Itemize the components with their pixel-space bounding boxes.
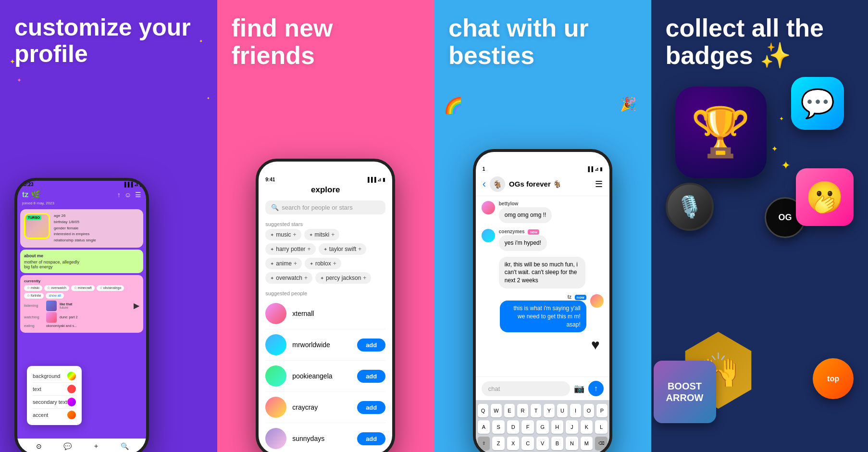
p2-chip-overwatch[interactable]: ✦ overwatch + bbox=[265, 272, 312, 284]
p1-currently-section: currently ☆ mitski ☆ overwatch ☆ minecra… bbox=[20, 275, 143, 333]
p1-secondary-color-row[interactable]: secondary text bbox=[33, 396, 76, 409]
p3-key-d[interactable]: D bbox=[507, 420, 520, 434]
p3-chat-header: ‹ 🐐 OGs forever 🐐 ☰ bbox=[476, 173, 609, 196]
p3-key-o[interactable]: O bbox=[583, 404, 595, 417]
p3-key-m[interactable]: M bbox=[581, 437, 593, 450]
p1-text-color-row[interactable]: text bbox=[33, 383, 76, 396]
p3-key-i[interactable]: I bbox=[570, 404, 581, 417]
p1-time: 10:23 bbox=[21, 182, 34, 187]
p3-messages-list: bettylow omg omg omg !! coenzymes new bbox=[476, 196, 609, 377]
p2-chip-mitski[interactable]: ✦ mitski + bbox=[304, 229, 340, 240]
p1-status-bar: 10:23 ▐▐▐ ⊿ ▮ bbox=[17, 181, 146, 188]
p3-signal-icons: ▐▐ ⊿ ▮ bbox=[586, 166, 603, 172]
p1-secondary-dot[interactable] bbox=[67, 398, 76, 406]
p1-username: tz 🌿 bbox=[22, 190, 40, 199]
p3-msg-coenzymes-2: ikr, this will be so much fun, i can't w… bbox=[482, 257, 585, 289]
p3-key-g[interactable]: G bbox=[536, 420, 549, 434]
p3-key-delete[interactable]: ⌫ bbox=[595, 437, 608, 450]
p3-new-badge: new bbox=[528, 229, 539, 235]
phone-mockup-2: 9:41 ▐▐▐ ⊿ ▮ explore 🔍 search for people… bbox=[256, 159, 395, 452]
p3-key-q[interactable]: Q bbox=[478, 404, 489, 417]
p2-screen-title: explore bbox=[259, 182, 392, 198]
p3-key-y[interactable]: Y bbox=[544, 404, 555, 417]
p2-name-craycray: craycray bbox=[292, 403, 351, 411]
p3-key-a[interactable]: A bbox=[478, 420, 490, 434]
p1-share-icon[interactable]: ↑ bbox=[117, 191, 121, 199]
p3-key-c[interactable]: C bbox=[521, 437, 534, 450]
p3-chat-input-bar: chat 📷 ↑ bbox=[476, 377, 609, 400]
p1-watching: watching dune: part 2 bbox=[24, 312, 139, 323]
p3-key-h[interactable]: H bbox=[551, 420, 564, 434]
p1-listening: listening like that future ▶ bbox=[24, 301, 139, 311]
p2-name-sunnydays: sunnydays bbox=[292, 435, 351, 442]
p2-chip-anime[interactable]: ✦ anime + bbox=[265, 258, 302, 269]
p2-add-pookieangela[interactable]: add bbox=[357, 370, 385, 383]
p2-name-mrworldwide: mrworldwide bbox=[292, 341, 351, 349]
p3-key-b[interactable]: B bbox=[551, 437, 564, 450]
p2-add-mrworldwide[interactable]: add bbox=[357, 339, 385, 352]
panel1-title: customize your profile bbox=[0, 0, 217, 75]
p1-menu-icon[interactable]: ☰ bbox=[135, 191, 141, 199]
p1-search-icon[interactable]: 🔍 bbox=[120, 441, 129, 451]
p1-bg-dot[interactable] bbox=[67, 372, 76, 380]
p2-chip-music[interactable]: ✦ music + bbox=[265, 229, 301, 240]
sparkle-1: ✦ bbox=[781, 159, 791, 172]
p2-chip-percyjackson[interactable]: ✦ percy jackson + bbox=[315, 272, 371, 284]
p1-signal: ▐▐▐ ⊿ ▮ bbox=[123, 182, 142, 187]
p3-keyboard: Q W E R T Y U I O P A S D bbox=[476, 400, 609, 452]
panel4-sparkles: ✨ bbox=[760, 41, 791, 69]
p3-key-x[interactable]: X bbox=[507, 437, 520, 450]
confetti-icon: 🎉 bbox=[620, 96, 637, 112]
p3-chat-menu-icon[interactable]: ☰ bbox=[595, 179, 603, 189]
p3-key-f[interactable]: F bbox=[521, 420, 534, 434]
p2-chip-roblox[interactable]: ✦ roblox + bbox=[305, 258, 341, 269]
p1-add-icon[interactable]: ＋ bbox=[91, 441, 101, 451]
p3-key-u[interactable]: U bbox=[557, 404, 568, 417]
p3-key-p[interactable]: P bbox=[596, 404, 608, 417]
p2-person-craycray: craycray add bbox=[265, 392, 385, 423]
p3-status-bar: 1 ▐▐ ⊿ ▮ bbox=[476, 165, 609, 173]
p3-key-s[interactable]: S bbox=[492, 420, 505, 434]
p3-key-w[interactable]: W bbox=[491, 404, 502, 417]
p2-add-craycray[interactable]: add bbox=[357, 401, 385, 414]
p1-chat-icon[interactable]: 💬 bbox=[62, 441, 72, 451]
heart-icon: ♥ bbox=[591, 337, 600, 353]
badge-boost: BOOST ARROW bbox=[654, 361, 716, 423]
p3-sender-tz: tz now bbox=[500, 294, 586, 300]
p3-key-v[interactable]: V bbox=[536, 437, 549, 450]
p2-add-sunnydays[interactable]: add bbox=[357, 432, 385, 445]
p1-home-icon[interactable]: ⊙ bbox=[34, 441, 44, 451]
p2-people-list: xternall mrworldwide add pookieangela ad… bbox=[259, 298, 392, 452]
p1-accent-dot[interactable] bbox=[67, 411, 76, 419]
p3-key-k[interactable]: K bbox=[581, 420, 593, 434]
p3-back-button[interactable]: ‹ bbox=[483, 178, 486, 190]
p1-play-icon[interactable]: ▶ bbox=[134, 301, 139, 310]
p3-send-button[interactable]: ↑ bbox=[588, 381, 604, 396]
p3-key-z[interactable]: Z bbox=[492, 437, 505, 450]
p3-key-l[interactable]: L bbox=[595, 420, 608, 434]
p2-person-sunnydays: sunnydays add bbox=[265, 423, 385, 452]
p1-bg-color-row[interactable]: background bbox=[33, 370, 76, 383]
p3-key-shift[interactable]: ⇧ bbox=[478, 437, 490, 450]
p2-chip-taylorswift[interactable]: ✦ taylor swift + bbox=[319, 243, 367, 255]
p3-input-field[interactable]: chat bbox=[482, 381, 570, 396]
p3-key-j[interactable]: J bbox=[566, 420, 578, 434]
p3-chat-group-icon: 🐐 bbox=[490, 176, 505, 192]
p2-chip-harrypotter[interactable]: ✦ harry potter + bbox=[265, 243, 315, 255]
p1-accent-color-row[interactable]: accent bbox=[33, 409, 76, 421]
p2-search-bar[interactable]: 🔍 search for people or stars bbox=[265, 201, 385, 214]
p1-smiley-icon[interactable]: ☺ bbox=[124, 191, 131, 199]
p2-suggested-people-label: suggested people bbox=[259, 287, 392, 298]
p3-camera-icon[interactable]: 📷 bbox=[574, 383, 584, 394]
p3-key-t[interactable]: T bbox=[531, 404, 542, 417]
p1-text-dot[interactable] bbox=[67, 385, 76, 393]
p3-signal: 1 bbox=[483, 166, 485, 172]
panel-chat: chat with ur besties 🌈 🎉 1 ▐▐ ⊿ ▮ ‹ 🐐 OG… bbox=[434, 0, 651, 452]
p3-chat-name: OGs forever 🐐 bbox=[509, 180, 591, 188]
p2-search-icon: 🔍 bbox=[271, 204, 279, 211]
p3-key-e[interactable]: E bbox=[504, 404, 515, 417]
badge-trophy: 🏆 bbox=[675, 87, 767, 178]
p3-key-r[interactable]: R bbox=[517, 404, 528, 417]
p1-watch-thumb bbox=[46, 312, 57, 323]
p3-key-n[interactable]: N bbox=[566, 437, 578, 450]
